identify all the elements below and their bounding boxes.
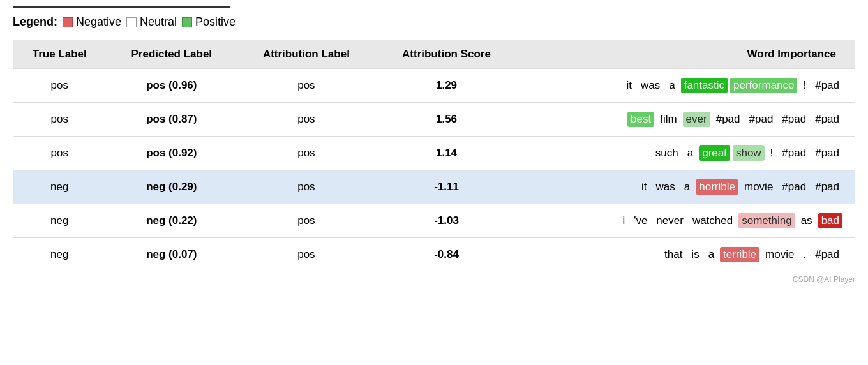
cell-predicted-label: pos (0.96)	[107, 69, 237, 103]
word-token: movie	[741, 179, 776, 195]
word-token: #pad	[779, 145, 809, 161]
word-token: best	[627, 112, 654, 127]
cell-true-label: neg	[13, 204, 107, 238]
word-token: was	[653, 179, 678, 195]
cell-predicted-label: neg (0.29)	[107, 170, 237, 204]
word-token: show	[733, 145, 765, 161]
word-token: is	[688, 247, 702, 262]
table-row: negneg (0.22)pos-1.03i'veneverwatchedsom…	[13, 204, 855, 238]
cell-predicted-label: neg (0.22)	[107, 204, 237, 238]
neutral-label: Neutral	[140, 15, 177, 29]
col-predicted-label: Predicted Label	[107, 40, 237, 69]
word-token: i	[619, 213, 628, 228]
positive-label: Positive	[195, 15, 236, 29]
word-token: horrible	[696, 179, 738, 195]
word-token: film	[657, 112, 680, 127]
cell-predicted-label: pos (0.87)	[107, 103, 237, 137]
word-token: .	[800, 247, 809, 262]
word-token: fantastic	[681, 78, 728, 93]
word-token: #pad	[812, 145, 842, 161]
word-token: ever	[683, 112, 710, 127]
negative-label: Negative	[76, 15, 121, 29]
cell-attribution-label: pos	[237, 137, 376, 170]
word-token: a	[684, 145, 696, 161]
cell-attribution-score: 1.14	[376, 137, 518, 170]
cell-word-importance: thatisaterriblemovie.#pad	[517, 238, 855, 272]
table-body: pospos (0.96)pos1.29itwasafantasticperfo…	[13, 69, 855, 272]
word-token: never	[653, 213, 687, 228]
table-row: pospos (0.92)pos1.14suchagreatshow!#pad#…	[13, 137, 855, 170]
cell-true-label: neg	[13, 170, 107, 204]
cell-word-importance: suchagreatshow!#pad#pad	[517, 137, 855, 170]
table-row: negneg (0.07)pos-0.84thatisaterriblemovi…	[13, 238, 855, 272]
word-token: great	[699, 145, 730, 161]
cell-attribution-label: pos	[237, 170, 376, 204]
word-token: #pad	[812, 179, 842, 195]
table-header: True Label Predicted Label Attribution L…	[13, 40, 855, 69]
watermark: CSDN @AI Player	[13, 275, 855, 284]
word-token: #pad	[812, 112, 842, 127]
cell-predicted-label: pos (0.92)	[107, 137, 237, 170]
header-row: True Label Predicted Label Attribution L…	[13, 40, 855, 69]
col-attribution-label: Attribution Label	[237, 40, 376, 69]
table-row: pospos (0.96)pos1.29itwasafantasticperfo…	[13, 69, 855, 103]
cell-word-importance: itwasahorriblemovie#pad#pad	[517, 170, 855, 204]
word-token: watched	[689, 213, 736, 228]
word-token: a	[705, 247, 717, 262]
positive-box	[182, 17, 192, 27]
word-token: such	[652, 145, 682, 161]
word-token: #pad	[713, 112, 744, 127]
word-token: movie	[762, 247, 797, 262]
cell-true-label: pos	[13, 137, 107, 170]
cell-attribution-label: pos	[237, 69, 376, 103]
word-token: 've	[631, 213, 650, 228]
negative-box	[63, 17, 73, 27]
cell-word-importance: i'veneverwatchedsomethingasbad	[517, 204, 855, 238]
main-table: True Label Predicted Label Attribution L…	[13, 40, 855, 271]
word-token: #pad	[779, 179, 809, 195]
word-token: terrible	[720, 247, 760, 262]
cell-attribution-score: -1.11	[376, 170, 518, 204]
word-token: #pad	[812, 247, 842, 262]
word-token: bad	[818, 213, 842, 228]
legend-neutral: Neutral	[126, 15, 177, 29]
cell-true-label: neg	[13, 238, 107, 272]
table-row: negneg (0.29)pos-1.11itwasahorriblemovie…	[13, 170, 855, 204]
word-token: performance	[730, 78, 797, 93]
word-token: it	[623, 78, 635, 93]
legend-negative: Negative	[63, 15, 121, 29]
col-word-importance: Word Importance	[517, 40, 855, 69]
cell-attribution-label: pos	[237, 238, 376, 272]
cell-true-label: pos	[13, 69, 107, 103]
word-token: something	[738, 213, 795, 228]
word-token: as	[798, 213, 816, 228]
col-attribution-score: Attribution Score	[376, 40, 518, 69]
cell-word-importance: itwasafantasticperformance!#pad	[517, 69, 855, 103]
word-token: a	[666, 78, 678, 93]
cell-attribution-score: -0.84	[376, 238, 518, 272]
neutral-box	[126, 17, 137, 27]
col-true-label: True Label	[13, 40, 107, 69]
cell-attribution-label: pos	[237, 103, 376, 137]
word-token: was	[638, 78, 663, 93]
cell-word-importance: bestfilmever#pad#pad#pad#pad	[517, 103, 855, 137]
cell-predicted-label: neg (0.07)	[107, 238, 237, 272]
cell-attribution-label: pos	[237, 204, 376, 238]
cell-true-label: pos	[13, 103, 107, 137]
legend: Legend: Negative Neutral Positive	[13, 15, 855, 29]
table-row: pospos (0.87)pos1.56bestfilmever#pad#pad…	[13, 103, 855, 137]
word-token: a	[681, 179, 693, 195]
word-token: it	[638, 179, 650, 195]
cell-attribution-score: 1.29	[376, 69, 518, 103]
legend-positive: Positive	[182, 15, 236, 29]
word-token: #pad	[779, 112, 809, 127]
cell-attribution-score: -1.03	[376, 204, 518, 238]
word-token: !	[800, 78, 809, 93]
word-token: !	[767, 145, 777, 161]
word-token: #pad	[746, 112, 777, 127]
top-border	[13, 6, 230, 8]
word-token: #pad	[812, 78, 842, 93]
word-token: that	[661, 247, 685, 262]
cell-attribution-score: 1.56	[376, 103, 518, 137]
legend-label: Legend:	[13, 15, 57, 29]
